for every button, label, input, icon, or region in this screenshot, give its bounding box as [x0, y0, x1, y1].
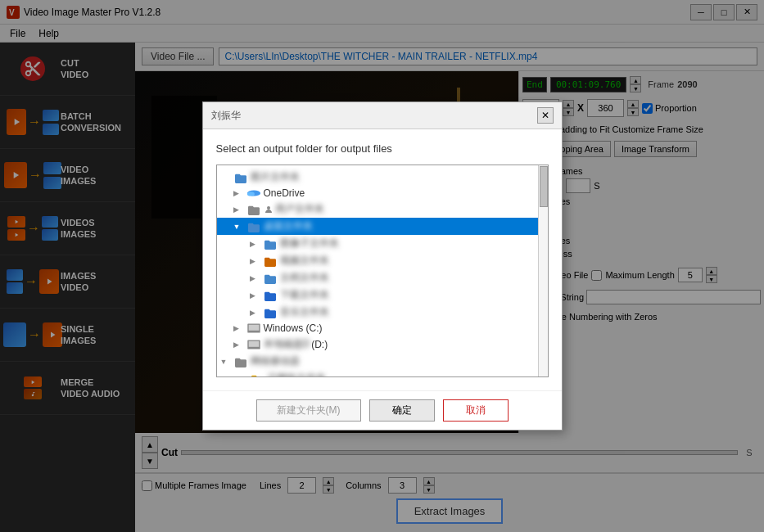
svg-rect-8	[248, 340, 259, 346]
ok-button[interactable]: 确定	[369, 399, 435, 422]
cancel-button[interactable]: 取消	[443, 399, 509, 422]
tree-item-network[interactable]: ▼ 网络驱动器	[217, 353, 548, 370]
tree-item-sub5[interactable]: ▶ 音乐文件夹	[217, 304, 548, 321]
folder-select-dialog: 刘振华 ✕ Select an output folder for output…	[202, 101, 563, 431]
folder-tree: 图片文件夹 ▶ OneDrive ▶ 用户文件夹 ▼	[216, 165, 549, 377]
tree-item-0[interactable]: 图片文件夹	[217, 169, 548, 186]
tree-item-sub3[interactable]: ▶ 文档文件夹	[217, 269, 548, 286]
svg-point-3	[246, 192, 254, 196]
new-folder-button[interactable]: 新建文件夹(M)	[256, 399, 361, 422]
tree-item-sub1[interactable]: ▶ 图像子文件夹	[217, 235, 548, 252]
modal-close-button[interactable]: ✕	[537, 107, 554, 124]
svg-point-4	[267, 206, 270, 210]
onedrive-label: OneDrive	[264, 187, 305, 199]
windows-c-label: Windows (C:)	[264, 322, 323, 334]
tree-item-d[interactable]: ▶ 本地磁盘D (D:)	[217, 336, 548, 353]
modal-body: Select an output folder for output files…	[203, 129, 562, 390]
tree-item-user[interactable]: ▶ 用户文件夹	[217, 201, 548, 218]
tree-item-sub4[interactable]: ▶ 下载文件夹	[217, 286, 548, 304]
svg-rect-6	[248, 325, 259, 331]
tree-item-onedrive[interactable]: ▶ OneDrive	[217, 186, 548, 201]
tree-scrollbar[interactable]	[538, 165, 548, 376]
tree-item-net-sub[interactable]: ▶ 子网络文件夹	[217, 370, 548, 377]
modal-footer: 新建文件夹(M) 确定 取消	[203, 390, 562, 430]
modal-overlay: 刘振华 ✕ Select an output folder for output…	[0, 0, 764, 532]
modal-title: 刘振华	[211, 109, 241, 123]
modal-title-bar: 刘振华 ✕	[203, 102, 562, 129]
tree-item-desktop[interactable]: ▼ 桌面文件夹	[217, 218, 548, 235]
tree-item-sub2[interactable]: ▶ 视频文件夹	[217, 252, 548, 269]
tree-item-winc[interactable]: ▶ Windows (C:)	[217, 321, 548, 336]
tree-scrollbar-thumb[interactable]	[540, 166, 548, 207]
modal-instruction: Select an output folder for output files	[216, 142, 549, 155]
